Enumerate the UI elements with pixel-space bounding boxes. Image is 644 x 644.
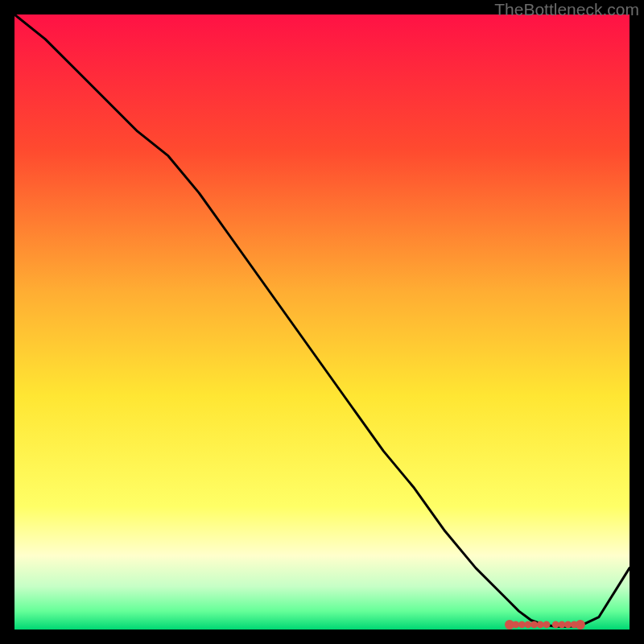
plot-area: [14, 14, 630, 630]
curve-marker: [524, 621, 531, 628]
attribution-label: TheBottleneck.com: [494, 0, 639, 19]
curve-marker: [537, 621, 544, 628]
curve-marker: [576, 620, 585, 630]
gradient-backdrop: [14, 14, 630, 630]
curve-marker: [552, 621, 559, 628]
chart-svg: [14, 14, 630, 630]
curve-marker: [543, 621, 550, 628]
chart-stage: TheBottleneck.com: [0, 0, 644, 644]
